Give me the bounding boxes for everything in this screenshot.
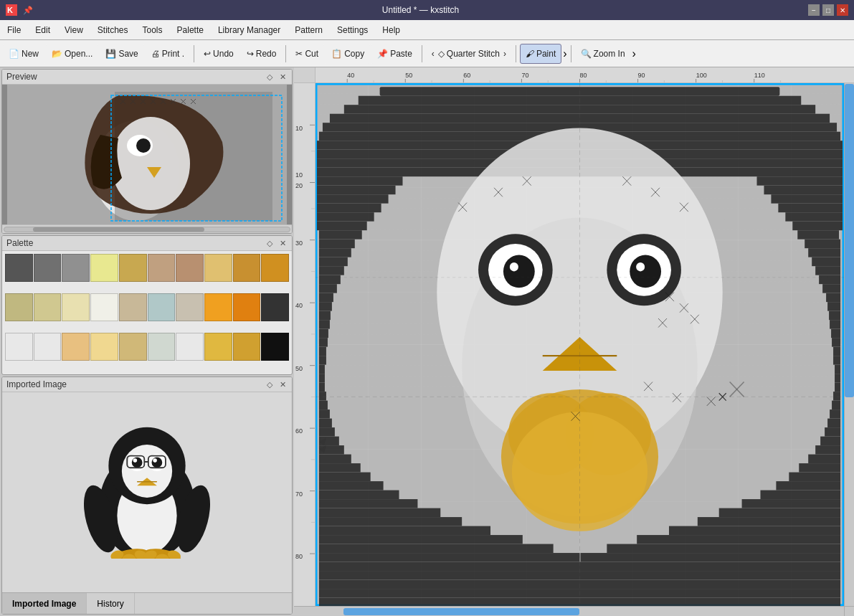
preview-header-buttons: ◇ ✕ (265, 72, 288, 82)
palette-swatch-4[interactable] (119, 254, 147, 282)
svg-rect-170 (797, 230, 839, 239)
svg-rect-169 (319, 230, 362, 239)
undo-button[interactable]: ↩ Undo (198, 44, 239, 64)
palette-detach-button[interactable]: ◇ (265, 238, 275, 248)
vertical-scrollbar[interactable] (844, 83, 854, 606)
palette-swatch-1[interactable] (34, 254, 62, 282)
palette-swatch-9[interactable] (261, 254, 289, 282)
save-button[interactable]: 💾 Save (100, 44, 143, 64)
app-icon: K (6, 4, 17, 16)
palette-swatch-16[interactable] (176, 293, 204, 321)
horizontal-scroll-thumb[interactable] (343, 608, 580, 615)
stitch-nav-prev[interactable]: ‹ (432, 49, 435, 59)
tab-history[interactable]: History (87, 593, 134, 614)
menu-settings[interactable]: Settings (330, 22, 375, 38)
palette-swatch-26[interactable] (176, 333, 204, 361)
palette-swatch-12[interactable] (62, 293, 90, 321)
svg-rect-185 (319, 302, 332, 311)
palette-swatch-29[interactable] (261, 333, 289, 361)
palette-swatch-10[interactable] (5, 293, 33, 321)
svg-rect-162 (771, 194, 843, 203)
palette-swatch-25[interactable] (148, 333, 176, 361)
preview-scroll-thumb[interactable] (33, 227, 204, 232)
palette-swatch-18[interactable] (233, 293, 261, 321)
svg-rect-204 (835, 383, 840, 392)
titlebar-controls[interactable]: − □ ✕ (808, 4, 848, 16)
minimize-button[interactable]: − (808, 4, 820, 16)
print-button[interactable]: 🖨 Print . (146, 44, 190, 64)
stitch-type-button[interactable]: ‹ ◇ Quarter Stitch › (426, 44, 512, 64)
cut-button[interactable]: ✂ Cut (290, 44, 324, 64)
palette-swatch-17[interactable] (204, 293, 232, 321)
menu-palette[interactable]: Palette (170, 22, 211, 38)
imported-detach-button[interactable]: ◇ (265, 379, 275, 389)
menubar: File Edit View Stitches Tools Palette Li… (0, 20, 854, 40)
palette-swatch-28[interactable] (233, 333, 261, 361)
zoom-next-arrow[interactable]: › (632, 47, 636, 60)
svg-rect-222 (799, 463, 840, 472)
menu-tools[interactable]: Tools (136, 22, 170, 38)
svg-rect-228 (760, 491, 840, 499)
stitch-type-icon: ◇ (438, 49, 445, 59)
palette-swatch-11[interactable] (34, 293, 62, 321)
maximize-button[interactable]: □ (822, 4, 834, 16)
close-button[interactable]: ✕ (837, 4, 848, 16)
menu-view[interactable]: View (57, 22, 90, 38)
palette-swatch-6[interactable] (176, 254, 204, 282)
zoom-in-button[interactable]: 🔍 Zoom In (575, 44, 631, 64)
tab-imported-image[interactable]: Imported Image (2, 593, 87, 614)
palette-swatch-15[interactable] (148, 293, 176, 321)
preview-scrollbar[interactable] (2, 224, 292, 233)
horizontal-scrollbar[interactable] (315, 606, 844, 616)
svg-rect-241 (319, 553, 580, 561)
menu-file[interactable]: File (0, 22, 28, 38)
palette-swatch-2[interactable] (62, 254, 90, 282)
imported-close-button[interactable]: ✕ (277, 379, 288, 389)
tool-next-arrow[interactable]: › (563, 47, 566, 60)
palette-swatch-27[interactable] (204, 333, 232, 361)
preview-close-button[interactable]: ✕ (277, 72, 288, 82)
vertical-scroll-thumb[interactable] (845, 84, 854, 397)
menu-edit[interactable]: Edit (28, 22, 57, 38)
palette-swatch-3[interactable] (90, 254, 118, 282)
palette-swatch-19[interactable] (261, 293, 289, 321)
cross-stitch-canvas[interactable] (315, 83, 844, 606)
open-button[interactable]: 📂 Open... (46, 44, 98, 64)
svg-rect-179 (319, 275, 341, 284)
menu-library-manager[interactable]: Library Manager (211, 22, 288, 38)
palette-swatch-21[interactable] (34, 333, 62, 361)
menu-stitches[interactable]: Stitches (90, 22, 136, 38)
palette-grid (2, 251, 292, 374)
palette-swatch-24[interactable] (119, 333, 147, 361)
new-button[interactable]: 📄 New (3, 44, 44, 64)
palette-swatch-8[interactable] (233, 254, 261, 282)
imported-title: Imported Image (6, 379, 67, 389)
svg-rect-172 (805, 240, 840, 248)
redo-button[interactable]: ↪ Redo (241, 44, 283, 64)
preview-detach-button[interactable]: ◇ (265, 72, 275, 82)
svg-rect-239 (319, 544, 554, 553)
palette-swatch-0[interactable] (5, 254, 33, 282)
menu-help[interactable]: Help (375, 22, 407, 38)
canvas-scroll[interactable] (315, 83, 844, 606)
paint-button[interactable]: 🖌 Paint (520, 44, 561, 64)
svg-rect-195 (319, 347, 326, 356)
palette-swatch-20[interactable] (5, 333, 33, 361)
menu-pattern[interactable]: Pattern (288, 22, 330, 38)
svg-rect-218 (815, 445, 840, 454)
palette-swatch-13[interactable] (90, 293, 118, 321)
copy-button[interactable]: 📋 Copy (326, 44, 370, 64)
palette-swatch-7[interactable] (204, 254, 232, 282)
palette-swatch-22[interactable] (62, 333, 90, 361)
palette-swatch-14[interactable] (119, 293, 147, 321)
separator-4 (516, 45, 516, 62)
palette-close-button[interactable]: ✕ (277, 238, 288, 248)
preview-scroll-track[interactable] (4, 227, 290, 232)
paste-button[interactable]: 📌 Paste (371, 44, 418, 64)
stitch-nav-next[interactable]: › (503, 49, 506, 59)
ruler-and-canvas: 10 10 20 30 40 50 60 70 (294, 83, 854, 606)
palette-swatch-23[interactable] (90, 333, 118, 361)
canvas-viewport[interactable] (315, 83, 844, 606)
svg-rect-157 (317, 176, 403, 185)
palette-swatch-5[interactable] (148, 254, 176, 282)
